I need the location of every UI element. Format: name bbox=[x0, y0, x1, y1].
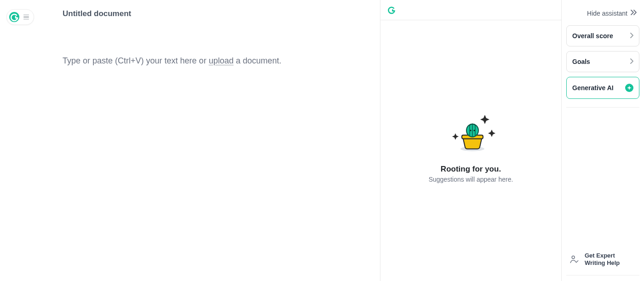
rail-divider-bottom bbox=[566, 275, 639, 275]
editor-pane: Untitled document Type or paste (Ctrl+V)… bbox=[0, 0, 380, 281]
placeholder-post: a document. bbox=[234, 56, 282, 65]
app-menu-button[interactable] bbox=[6, 9, 34, 25]
generative-ai-label: Generative AI bbox=[572, 84, 614, 92]
double-chevron-right-icon bbox=[630, 9, 638, 17]
suggestions-header bbox=[380, 0, 561, 20]
expert-help-button[interactable]: Get Expert Writing Help bbox=[566, 247, 639, 272]
upload-link[interactable]: upload bbox=[209, 56, 234, 65]
generative-ai-button[interactable]: Generative AI bbox=[566, 77, 639, 99]
svg-point-5 bbox=[473, 130, 475, 131]
person-check-icon bbox=[569, 254, 579, 264]
overall-score-label: Overall score bbox=[572, 32, 613, 40]
ai-sparkle-icon bbox=[625, 84, 633, 92]
svg-point-6 bbox=[572, 256, 575, 258]
chevron-right-icon bbox=[630, 58, 633, 65]
svg-point-4 bbox=[470, 130, 471, 131]
suggestions-empty-state: Rooting for you. Suggestions will appear… bbox=[411, 110, 531, 183]
overall-score-button[interactable]: Overall score bbox=[566, 25, 639, 46]
editor-placeholder[interactable]: Type or paste (Ctrl+V) your text here or… bbox=[63, 56, 282, 66]
goals-button[interactable]: Goals bbox=[566, 51, 639, 72]
goals-label: Goals bbox=[572, 58, 590, 65]
cactus-illustration-icon bbox=[443, 110, 499, 156]
empty-title: Rooting for you. bbox=[411, 164, 531, 173]
expert-help-label: Get Expert Writing Help bbox=[585, 252, 620, 267]
suggestions-pane: Rooting for you. Suggestions will appear… bbox=[380, 0, 561, 281]
document-title[interactable]: Untitled document bbox=[63, 9, 131, 18]
grammarly-logo-icon bbox=[9, 11, 20, 23]
hamburger-icon bbox=[23, 15, 29, 20]
placeholder-pre: Type or paste (Ctrl+V) your text here or bbox=[63, 56, 209, 65]
chevron-right-icon bbox=[630, 32, 633, 40]
grammarly-logo-small-icon bbox=[387, 6, 396, 15]
assistant-rail: Hide assistant Overall score Goals Gener… bbox=[561, 0, 644, 281]
hide-assistant-label: Hide assistant bbox=[587, 10, 627, 17]
hide-assistant-button[interactable]: Hide assistant bbox=[566, 5, 639, 25]
empty-subtitle: Suggestions will appear here. bbox=[411, 175, 531, 183]
